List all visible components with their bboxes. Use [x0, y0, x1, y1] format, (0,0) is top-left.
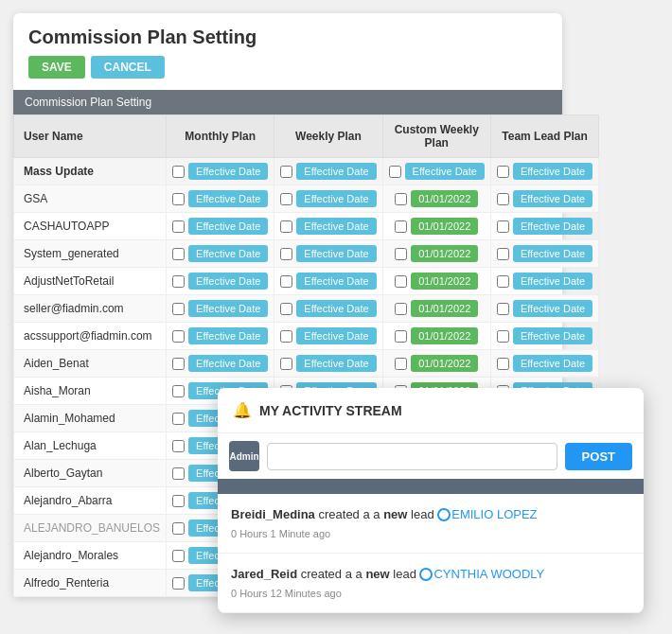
user-name-cell: acssupport@fiadmin.com [14, 323, 167, 350]
weekly-checkbox[interactable] [280, 220, 292, 233]
monthly-checkbox[interactable] [172, 275, 185, 288]
teamlead-cell: Effective Date [490, 213, 598, 240]
teamlead-date-btn[interactable]: Effective Date [513, 190, 592, 207]
monthly-cell: Effective Date [167, 268, 274, 295]
compose-input[interactable] [267, 443, 557, 470]
post-button[interactable]: POST [565, 443, 632, 470]
monthly-date-btn[interactable]: Effective Date [188, 327, 268, 344]
weekly-date-btn[interactable]: Effective Date [296, 273, 376, 290]
monthly-checkbox[interactable] [172, 577, 185, 590]
mass-custom-checkbox[interactable] [389, 166, 401, 178]
mass-weekly-date-btn[interactable]: Effective Date [296, 163, 376, 180]
custom-date-btn[interactable]: 01/01/2022 [411, 327, 478, 344]
weekly-checkbox[interactable] [280, 275, 292, 288]
teamlead-date-btn[interactable]: Effective Date [513, 218, 592, 235]
cancel-button[interactable]: CANCEL [91, 56, 165, 79]
monthly-checkbox[interactable] [172, 522, 185, 535]
monthly-date-btn[interactable]: Effective Date [188, 245, 268, 262]
weekly-checkbox[interactable] [280, 330, 292, 343]
mass-weekly-checkbox[interactable] [280, 166, 292, 178]
monthly-checkbox[interactable] [172, 220, 185, 233]
monthly-checkbox[interactable] [172, 248, 185, 260]
monthly-checkbox[interactable] [172, 440, 185, 452]
mass-teamlead-date-btn[interactable]: Effective Date [513, 163, 592, 180]
monthly-checkbox[interactable] [172, 330, 185, 343]
custom-checkbox[interactable] [395, 193, 407, 205]
feed-target-link[interactable]: CYNTHIA WOODLY [433, 567, 544, 581]
custom-checkbox[interactable] [395, 330, 407, 343]
teamlead-checkbox[interactable] [497, 220, 509, 233]
teamlead-checkbox[interactable] [497, 248, 509, 260]
monthly-checkbox[interactable] [172, 193, 185, 205]
monthly-checkbox[interactable] [172, 550, 185, 562]
weekly-date-btn[interactable]: Effective Date [296, 327, 376, 344]
monthly-date-btn[interactable]: Effective Date [188, 355, 268, 372]
teamlead-date-btn[interactable]: Effective Date [513, 273, 592, 290]
user-name-cell: CASHAUTOAPP [14, 213, 167, 240]
monthly-checkbox[interactable] [172, 467, 185, 480]
table-row: System_generatedEffective DateEffective … [14, 240, 599, 268]
save-button[interactable]: SAVE [28, 56, 85, 79]
teamlead-checkbox[interactable] [497, 193, 509, 205]
teamlead-cell: Effective Date [490, 350, 598, 378]
feed-item: Breidi_Medina created a a new lead EMILI… [218, 494, 644, 554]
weekly-checkbox[interactable] [280, 248, 292, 260]
weekly-date-btn[interactable]: Effective Date [296, 355, 376, 372]
teamlead-cell: Effective Date [490, 268, 598, 295]
weekly-checkbox[interactable] [280, 303, 292, 315]
teamlead-cell: Effective Date [490, 185, 598, 213]
weekly-cell: Effective Date [274, 295, 382, 323]
mass-monthly-date-btn[interactable]: Effective Date [188, 163, 268, 180]
weekly-date-btn[interactable]: Effective Date [296, 300, 376, 317]
custom-cell: 01/01/2022 [382, 213, 490, 240]
custom-date-btn[interactable]: 01/01/2022 [411, 273, 478, 290]
mass-custom-date-btn[interactable]: Effective Date [405, 163, 485, 180]
mass-update-weekly: Effective Date [274, 158, 382, 185]
monthly-date-btn[interactable]: Effective Date [188, 300, 268, 317]
teamlead-checkbox[interactable] [497, 358, 509, 370]
teamlead-date-btn[interactable]: Effective Date [513, 327, 592, 344]
col-username: User Name [14, 115, 167, 158]
monthly-checkbox[interactable] [172, 358, 185, 370]
custom-date-btn[interactable]: 01/01/2022 [411, 355, 478, 372]
custom-date-btn[interactable]: 01/01/2022 [411, 300, 478, 317]
monthly-date-btn[interactable]: Effective Date [188, 273, 268, 290]
custom-date-btn[interactable]: 01/01/2022 [411, 190, 478, 207]
feed-text: Jared_Reid created a a new lead CYNTHIA … [231, 565, 630, 584]
mass-monthly-checkbox[interactable] [172, 166, 185, 178]
teamlead-date-btn[interactable]: Effective Date [513, 300, 592, 317]
feed-target-link[interactable]: EMILIO LOPEZ [451, 507, 537, 521]
weekly-date-btn[interactable]: Effective Date [296, 245, 376, 262]
monthly-date-btn[interactable]: Effective Date [188, 218, 268, 235]
weekly-checkbox[interactable] [280, 193, 292, 205]
mass-teamlead-checkbox[interactable] [497, 166, 509, 178]
custom-cell: 01/01/2022 [382, 350, 490, 378]
mass-update-row: Mass Update Effective Date Effective Dat… [14, 158, 599, 185]
monthly-date-btn[interactable]: Effective Date [188, 190, 268, 207]
weekly-date-btn[interactable]: Effective Date [296, 190, 376, 207]
custom-date-btn[interactable]: 01/01/2022 [411, 245, 478, 262]
monthly-cell: Effective Date [167, 213, 274, 240]
monthly-checkbox[interactable] [172, 413, 185, 425]
custom-checkbox[interactable] [395, 303, 407, 315]
custom-checkbox[interactable] [395, 275, 407, 288]
custom-date-btn[interactable]: 01/01/2022 [411, 218, 478, 235]
table-row: acssupport@fiadmin.comEffective DateEffe… [14, 323, 599, 350]
monthly-checkbox[interactable] [172, 385, 185, 397]
teamlead-checkbox[interactable] [497, 275, 509, 288]
teamlead-checkbox[interactable] [497, 330, 509, 343]
custom-checkbox[interactable] [395, 220, 407, 233]
weekly-cell: Effective Date [274, 268, 382, 295]
col-teamlead: Team Lead Plan [490, 115, 598, 158]
custom-cell: 01/01/2022 [382, 268, 490, 295]
monthly-checkbox[interactable] [172, 495, 185, 507]
custom-checkbox[interactable] [395, 358, 407, 370]
teamlead-date-btn[interactable]: Effective Date [513, 355, 592, 372]
weekly-checkbox[interactable] [280, 358, 292, 370]
teamlead-checkbox[interactable] [497, 303, 509, 315]
custom-checkbox[interactable] [395, 248, 407, 260]
weekly-date-btn[interactable]: Effective Date [296, 218, 376, 235]
table-row: seller@fiadmin.comEffective DateEffectiv… [14, 295, 599, 323]
monthly-checkbox[interactable] [172, 303, 185, 315]
teamlead-date-btn[interactable]: Effective Date [513, 245, 592, 262]
